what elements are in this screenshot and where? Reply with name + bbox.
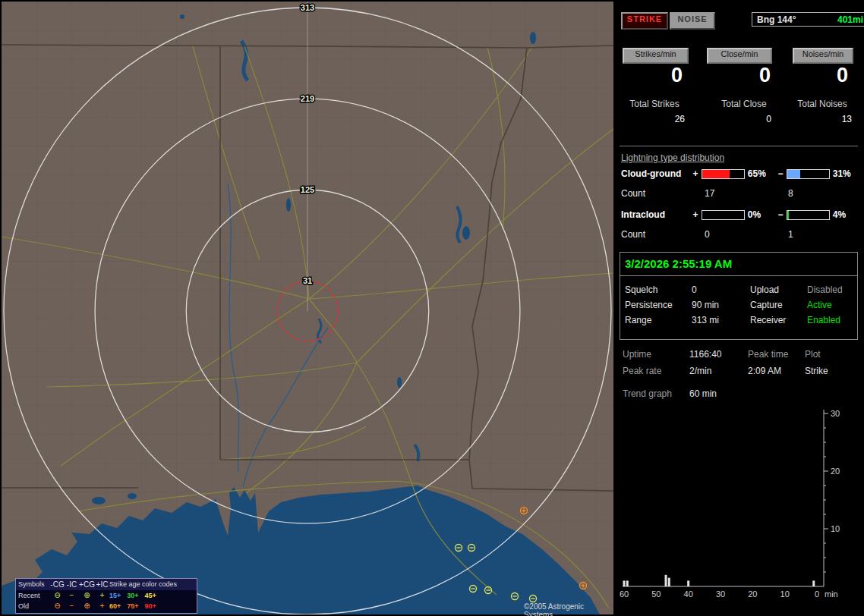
total-strikes-value: 26 [664,114,685,124]
count-label: Count [621,188,645,199]
circled-plus-icon: ⊕ [79,592,95,599]
trend-yticks: 102030 [824,409,840,572]
map-legend: Symbols -CG -IC +CG +IC Strike age color… [15,578,197,614]
status-row: Persistence 90 min Capture Active [625,300,857,310]
trend-graph-label: Trend graph [623,388,689,399]
plus-sign: + [691,168,700,179]
persistence-label: Persistence [625,300,692,310]
status-row: Range 313 mi Receiver Enabled [625,315,857,325]
minus-sign: − [776,168,785,179]
peak-time-value: 2:09 AM [748,366,805,376]
cloud-ground-row: Cloud-ground + 65% − 31% [621,168,859,179]
minus-sign: − [776,209,785,220]
ic-minus-count: 1 [788,229,793,240]
squelch-value: 0 [692,284,750,295]
svg-text:20: 20 [831,467,840,476]
circled-plus-icon: ⊕ [79,602,95,610]
peak-rate-label: Peak rate [623,366,689,376]
cloud-ground-label: Cloud-ground [621,168,689,179]
ic-minus-bar [787,210,830,220]
trend-graph-row: Trend graph 60 min [623,388,855,399]
minus-icon: − [65,592,79,599]
datetime-display: 3/2/2026 2:55:19 AM [625,257,732,270]
peak-rate-value: 2/min [689,366,748,376]
bearing-range-value: 401mi [837,14,863,25]
svg-text:20: 20 [748,589,757,599]
upload-value: Disabled [807,284,857,295]
legend-row-recent: Recent ⊖ − ⊕ + 15+ 30+ 45+ [16,590,197,601]
age-90: 90+ [145,603,156,610]
svg-text:60: 60 [620,589,629,599]
strike-mode-button[interactable]: STRIKE [621,12,668,30]
copyright-text: ©2005 Astrogenic Systems [524,602,613,616]
legend-old-label: Old [18,603,50,610]
uptime-row: Uptime 1166:40 Peak time Plot [623,349,855,360]
age-15: 15+ [109,592,121,599]
intracloud-row: Intracloud + 0% − 4% [621,209,859,220]
persistence-value: 90 min [692,300,750,310]
strikes-per-min-value: 0 [671,64,683,87]
cg-minus-pct: 31% [831,168,859,179]
capture-value: Active [807,300,857,310]
count-label: Count [621,229,645,240]
upload-label: Upload [750,284,807,295]
legend-col-nic: -IC [65,581,79,589]
lightning-map[interactable]: 31321912531 ©2005 Astrogenic Systems [2,2,613,614]
ic-plus-bar [702,210,745,220]
strikes-per-min-button[interactable]: Strikes/min [623,48,689,64]
bearing-value: Bng 144° [757,14,796,25]
svg-text:313: 313 [301,3,314,12]
distribution-title: Lightning type distribution [621,152,724,163]
total-close-label: Total Close [715,99,773,109]
cg-plus-pct: 65% [746,168,774,179]
status-box: 3/2/2026 2:55:19 AM Squelch 0 Upload Dis… [620,252,858,340]
ic-plus-pct: 0% [746,209,774,220]
ic-minus-pct: 4% [831,209,859,220]
close-per-min-value: 0 [759,64,771,87]
range-label: Range [625,315,692,325]
capture-label: Capture [750,300,807,310]
legend-symbols-title: Symbols [18,581,50,588]
svg-text:50: 50 [651,589,661,599]
minus-icon: − [65,602,79,610]
trend-graph: 102030 6050403020100min [618,401,859,611]
cg-minus-count: 8 [788,188,793,199]
age-75: 75+ [127,603,138,610]
ic-plus-count: 0 [705,229,710,240]
age-45: 45+ [145,592,156,599]
noise-mode-button[interactable]: NOISE [670,12,715,30]
intracloud-label: Intracloud [621,209,689,220]
legend-header: Symbols -CG -IC +CG +IC Strike age color… [16,579,197,590]
ic-count-row: Count 0 1 [621,229,859,240]
total-strikes-label: Total Strikes [621,99,688,109]
plot-label: Plot [805,349,855,360]
legend-col-pcg: +CG [79,581,95,589]
plot-mode-value: Strike [805,366,855,376]
trend-plot [623,575,815,586]
noises-per-min-button[interactable]: Noises/min [793,48,853,64]
close-per-min-button[interactable]: Close/min [707,48,772,64]
svg-text:219: 219 [301,94,314,103]
bearing-readout: Bng 144° 401mi [752,12,864,27]
legend-recent-label: Recent [18,592,50,599]
circled-minus-icon: ⊖ [50,602,65,610]
age-60: 60+ [109,603,121,610]
svg-text:10: 10 [780,589,790,599]
cg-plus-bar [702,169,745,179]
age-30: 30+ [127,592,138,599]
uptime-label: Uptime [623,349,689,360]
peak-time-label: Peak time [748,349,805,360]
noises-per-min-value: 0 [837,64,848,87]
plus-sign: + [691,209,700,220]
range-value: 313 mi [692,315,750,325]
svg-text:30: 30 [831,409,840,418]
peak-rate-row: Peak rate 2/min 2:09 AM Strike [623,366,855,376]
legend-age-title: Strike age color codes [109,581,194,588]
svg-text:125: 125 [301,185,314,194]
map-svg: 31321912531 [2,2,613,614]
cg-plus-count: 17 [705,188,714,199]
svg-text:0: 0 [815,589,819,599]
svg-text:40: 40 [684,589,693,599]
total-noises-label: Total Noises [790,99,855,109]
squelch-label: Squelch [625,284,692,295]
